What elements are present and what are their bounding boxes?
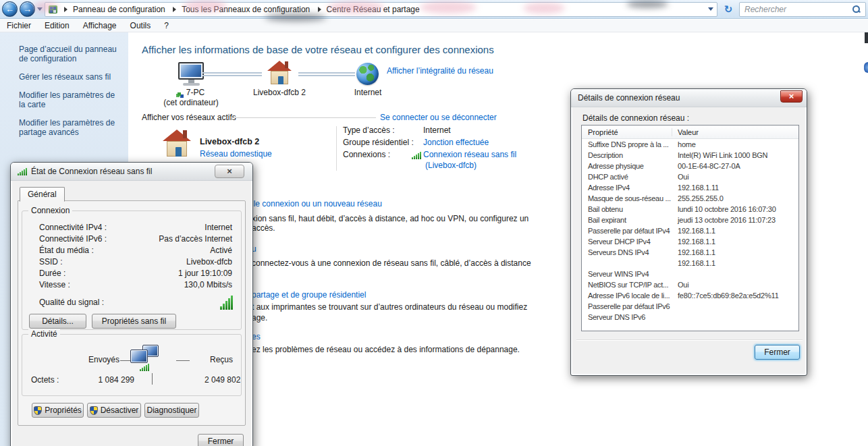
blur-artifact (420, 1, 477, 13)
map-internet-label[interactable]: Internet (341, 88, 395, 97)
detail-property: Adresse physique (582, 162, 672, 170)
detail-row[interactable]: Adresse physique00-1E-64-8C-27-0A (582, 161, 798, 171)
menu-item[interactable]: ? (164, 21, 169, 30)
connection-buttons: Détails... Propriétés sans fil (29, 314, 176, 329)
connection-details-dialog: Détails de connexion réseau × Détails de… (570, 88, 807, 376)
connection-link[interactable]: Connexion réseau sans fil (423, 150, 516, 159)
value-column-header[interactable]: Valeur (672, 128, 699, 136)
help-icon[interactable] (864, 62, 868, 73)
properties-button[interactable]: Propriétés (32, 403, 84, 418)
detail-row[interactable]: Passerelle par défaut IPv6 (582, 301, 798, 312)
access-type-value: Internet (423, 126, 451, 135)
sidebar-link[interactable]: Modifier les paramètres de partage avanc… (19, 118, 120, 137)
connect-disconnect-link[interactable]: Se connecter ou se déconnecter (380, 113, 497, 122)
detail-row[interactable]: Passerelle par défaut IPv4192.168.1.1 (582, 225, 798, 236)
detail-row[interactable]: DescriptionIntel(R) WiFi Link 1000 BGN (582, 150, 798, 161)
active-network-name: Livebox-dfcb 2 (200, 137, 259, 146)
details-button[interactable]: Détails... (29, 314, 86, 329)
blur-artifact (34, 1, 58, 12)
close-button[interactable]: Fermer (755, 345, 800, 360)
detail-row[interactable]: Adresse IPv6 locale de li...fe80::7ce5:d… (582, 290, 798, 301)
detail-value: fe80::7ce5:db69:8e2a:e5d2%11 (672, 291, 798, 300)
sidebar-link[interactable]: Gérer les réseaux sans fil (19, 72, 120, 82)
detail-row[interactable]: 192.168.1.1 (582, 258, 798, 269)
internet-globe-icon[interactable] (356, 63, 379, 85)
map-pc-label[interactable]: 7-PC (155, 88, 227, 97)
sidebar-link[interactable]: Modifier les paramètres de la carte (19, 90, 120, 109)
computer-base (183, 83, 200, 86)
computer-screen (178, 62, 204, 80)
activity-computers-icon (129, 345, 161, 373)
homegroup-link[interactable]: Jonction effectuée (423, 138, 489, 147)
detail-property: Serveurs DNS IPv4 (582, 248, 672, 256)
close-button[interactable]: Fermer (198, 434, 244, 446)
dialog-buttons: Propriétés Désactiver Diagnostiquer (32, 403, 199, 418)
detail-property: Bail expirant (582, 216, 672, 224)
detail-row[interactable]: Serveur DNS IPv6 (582, 312, 798, 323)
status-row: État du média :Activé (22, 246, 241, 257)
connection-link-line2[interactable]: (Livebox-dfcb) (425, 161, 477, 170)
detail-value: 192.168.1.11 (672, 184, 798, 192)
detail-row[interactable]: DHCP activéOui (582, 171, 798, 182)
menu-item[interactable]: Fichier (7, 21, 31, 30)
text-fragment: connectez-vous à une connexion de réseau… (252, 258, 531, 268)
back-button[interactable]: ← (2, 1, 18, 17)
text-fragment: xion sans fil, haut débit, d’accès à dis… (252, 214, 528, 223)
refresh-icon[interactable]: ↻ (720, 3, 737, 16)
scrollbar-fragment[interactable] (865, 31, 868, 43)
detail-row[interactable]: Serveur DHCP IPv4192.168.1.1 (582, 236, 798, 247)
disable-button[interactable]: Désactiver (87, 403, 141, 418)
properties-button-label: Propriétés (45, 406, 82, 415)
map-connection-line (202, 72, 262, 76)
close-icon[interactable]: × (215, 165, 244, 178)
address-dropdown-icon[interactable] (708, 7, 713, 11)
bytes-received-value: 2 049 802 (205, 375, 240, 385)
network-sharing-center-window: ← → Panneau de configuration Tous les Pa… (0, 0, 868, 446)
sidebar-link[interactable]: Page d’accueil du panneau de configurati… (19, 45, 120, 63)
close-icon[interactable]: × (780, 90, 803, 103)
disable-button-label: Désactiver (101, 406, 139, 415)
sent-label: Envoyés (88, 355, 119, 364)
full-map-link[interactable]: Afficher l’intégralité du réseau (387, 66, 493, 76)
uac-shield-icon (90, 406, 98, 415)
status-row-value: Pas d’accès Internet (159, 234, 232, 246)
network-type-link[interactable]: Réseau domestique (200, 149, 272, 159)
detail-row[interactable]: NetBIOS sur TCP/IP act...Oui (582, 279, 798, 290)
search-box[interactable]: Rechercher (739, 2, 866, 17)
detail-value: 00-1E-64-8C-27-0A (672, 162, 798, 170)
tab-general[interactable]: Général (20, 187, 65, 202)
status-row: Connectivité IPv6 :Pas d’accès Internet (22, 234, 241, 246)
search-icon[interactable] (851, 5, 861, 14)
status-row-label: Connectivité IPv6 : (39, 234, 107, 246)
detail-row[interactable]: Masque de sous-réseau ...255.255.255.0 (582, 193, 798, 204)
menu-item[interactable]: Edition (45, 21, 70, 30)
forward-button[interactable]: → (20, 1, 35, 17)
detail-row[interactable]: Bail expirantjeudi 13 octobre 2016 11:07… (582, 215, 798, 225)
breadcrumb-item[interactable]: Panneau de configuration (73, 5, 165, 14)
status-row-label: SSID : (39, 257, 63, 269)
detail-row[interactable]: Serveur WINS IPv4 (582, 269, 798, 279)
status-row: SSID :Livebox-dfcb (22, 257, 241, 269)
blur-artifact (523, 3, 565, 13)
details-table-header[interactable]: Propriété Valeur (582, 126, 798, 139)
property-column-header[interactable]: Propriété (582, 128, 672, 136)
status-row-value: 1 jour 19:10:09 (178, 269, 232, 280)
detail-row[interactable]: Adresse IPv4192.168.1.11 (582, 182, 798, 193)
house-chimney (285, 61, 288, 68)
dialog-titlebar[interactable]: Détails de connexion réseau (571, 89, 807, 107)
menu-item[interactable]: Affichage (83, 21, 117, 30)
detail-row[interactable]: Suffixe DNS propre à la ...home (582, 139, 798, 150)
house-icon[interactable] (265, 61, 294, 85)
menu-item[interactable]: Outils (130, 21, 151, 30)
status-row-value: 130,0 Mbits/s (184, 280, 232, 291)
dash-line (176, 360, 190, 361)
monitor-front (130, 350, 148, 363)
blur-artifact (184, 0, 227, 12)
diagnose-button[interactable]: Diagnostiquer (144, 403, 199, 418)
received-label: Reçus (210, 355, 233, 364)
wireless-properties-button[interactable]: Propriétés sans fil (92, 314, 176, 329)
map-router-label[interactable]: Livebox-dfcb 2 (239, 88, 320, 97)
signal-quality-row: Qualité du signal : (22, 294, 241, 311)
detail-row[interactable]: Bail obtenulundi 10 octobre 2016 16:07:3… (582, 204, 798, 215)
detail-row[interactable]: Serveurs DNS IPv4192.168.1.1 (582, 247, 798, 258)
